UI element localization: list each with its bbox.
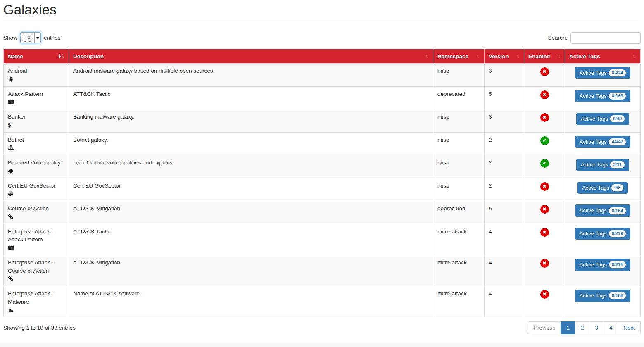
chevron-down-icon [34, 33, 40, 43]
galaxy-namespace: mitre-attack [433, 286, 485, 317]
table-row: Enterprise Attack - Course of Action ATT… [4, 255, 641, 286]
column-header-version[interactable]: Version ↑↓ [485, 49, 524, 63]
sitemap-icon [8, 145, 64, 152]
galaxy-description: ATT&CK Tactic [69, 224, 433, 255]
galaxy-description: Banking malware galaxy. [69, 109, 433, 133]
disabled-cross-icon[interactable]: ✖ [540, 113, 549, 122]
pagination-page-1-link[interactable]: 1 [561, 321, 575, 334]
active-tags-count-badge: 3/11 [610, 161, 625, 168]
active-tags-button[interactable]: Active Tags 0/164 [575, 204, 631, 217]
active-tags-count-badge: 0/188 [609, 292, 626, 299]
column-header-enabled[interactable]: Enabled ↑↓ [524, 49, 565, 63]
active-tags-button[interactable]: Active Tags 0/219 [575, 228, 631, 240]
active-tags-button[interactable]: Active Tags 0/40 [576, 113, 630, 125]
column-header-description[interactable]: Description ↑↓ [69, 49, 433, 63]
active-tags-button-label: Active Tags [580, 69, 607, 77]
sort-both-icon: ↑↓ [476, 53, 480, 59]
active-tags-count-badge: 0/40 [610, 115, 625, 122]
column-header-active-tags-label: Active Tags [569, 53, 600, 59]
search-label: Search: [548, 35, 567, 41]
show-entries-value: 10 [21, 33, 34, 43]
active-tags-button[interactable]: Active Tags 3/11 [576, 159, 629, 171]
globe-icon [8, 191, 64, 197]
column-header-name[interactable]: Name [4, 49, 69, 63]
table-row: Banker $ Banking malware galaxy. misp 3 … [4, 109, 641, 133]
pagination-next-link[interactable]: Next [618, 321, 641, 334]
disabled-cross-icon[interactable]: ✖ [540, 67, 549, 76]
active-tags-button[interactable]: Active Tags 0/215 [575, 259, 631, 271]
active-tags-button[interactable]: Active Tags 0/169 [575, 90, 631, 102]
pagination-page-2: 2 [575, 321, 590, 334]
enabled-check-icon[interactable]: ✔ [540, 136, 549, 145]
galaxy-description: ATT&CK Tactic [69, 86, 433, 109]
title-divider [3, 22, 641, 22]
enabled-check-icon[interactable]: ✔ [540, 159, 549, 168]
table-row: Branded Vulnerability List of known vuln… [4, 155, 641, 178]
galaxy-version: 5 [485, 86, 524, 109]
galaxy-name: Enterprise Attack - Course of Action [8, 259, 53, 274]
galaxy-name: Botnet [8, 137, 24, 143]
active-tags-button[interactable]: Active Tags 0/6 [577, 182, 628, 194]
pagination-page-1: 1 [561, 321, 575, 334]
search-input[interactable] [570, 32, 641, 44]
sort-both-icon: ↑↓ [516, 53, 520, 59]
active-tags-count-badge: 44/47 [609, 138, 626, 145]
active-tags-count-badge: 0/215 [609, 261, 626, 268]
galaxy-namespace: mitre-attack [433, 255, 485, 286]
table-row: Android Android malware galaxy based on … [4, 63, 641, 86]
show-entries-control: Show 10 entries [3, 32, 60, 43]
galaxy-version: 3 [485, 109, 524, 133]
galaxy-namespace: misp [433, 63, 485, 86]
pagination-page-3-link[interactable]: 3 [589, 321, 604, 334]
galaxy-version: 3 [485, 63, 524, 86]
table-row: Enterprise Attack - Attack Pattern ATT&C… [4, 224, 641, 255]
sort-ascending-icon [58, 53, 64, 59]
active-tags-button-label: Active Tags [582, 184, 609, 192]
column-header-name-label: Name [8, 53, 23, 59]
galaxy-namespace: misp [433, 109, 485, 133]
disabled-cross-icon[interactable]: ✖ [540, 182, 549, 191]
disabled-cross-icon[interactable]: ✖ [540, 228, 549, 237]
disabled-cross-icon[interactable]: ✖ [540, 90, 549, 99]
galaxy-version: 6 [485, 201, 524, 224]
table-footer: Showing 1 to 10 of 33 entries Previous12… [3, 321, 641, 334]
android-icon [8, 76, 64, 83]
column-header-description-label: Description [73, 53, 104, 59]
galaxy-description: Android malware galaxy based on multiple… [69, 63, 433, 86]
search-control: Search: [548, 32, 641, 44]
active-tags-button-label: Active Tags [580, 292, 607, 299]
galaxy-version: 4 [485, 224, 524, 255]
bug-icon [8, 168, 64, 175]
disabled-cross-icon[interactable]: ✖ [540, 259, 549, 268]
showing-entries-text: Showing 1 to 10 of 33 entries [3, 325, 76, 331]
galaxy-table-body: Android Android malware galaxy based on … [4, 63, 641, 317]
pagination-previous-link[interactable]: Previous [528, 321, 561, 334]
column-header-active-tags[interactable]: Active Tags ↑↓ [565, 49, 641, 63]
galaxy-namespace: misp [433, 178, 485, 201]
active-tags-button[interactable]: Active Tags 0/424 [575, 67, 631, 79]
table-header-row: Name Description ↑↓ [4, 49, 641, 63]
galaxy-description: Name of ATT&CK software [69, 286, 433, 317]
pagination-page-2-link[interactable]: 2 [575, 321, 590, 334]
pagination: Previous1234Next [528, 321, 641, 334]
active-tags-button[interactable]: Active Tags 0/188 [575, 290, 631, 302]
galaxy-name: Branded Vulnerability [8, 159, 61, 166]
pagination-previous: Previous [528, 321, 561, 334]
galaxy-name: Attack Pattern [8, 91, 43, 97]
map-icon [8, 245, 64, 252]
show-entries-select[interactable]: 10 [20, 32, 41, 43]
galaxy-description: Cert EU GovSector [69, 178, 433, 201]
active-tags-count-badge: 0/164 [609, 207, 626, 214]
active-tags-button-label: Active Tags [580, 93, 607, 100]
disabled-cross-icon[interactable]: ✖ [540, 290, 549, 299]
galaxy-namespace: misp [433, 155, 485, 178]
pagination-page-4-link[interactable]: 4 [604, 321, 618, 334]
column-header-namespace[interactable]: Namespace ↑↓ [433, 49, 485, 63]
active-tags-count-badge: 0/169 [609, 93, 626, 100]
galaxy-name: Cert EU GovSector [8, 183, 56, 189]
page-title: Galaxies [3, 2, 641, 18]
active-tags-button[interactable]: Active Tags 44/47 [575, 136, 631, 148]
disabled-cross-icon[interactable]: ✖ [540, 205, 549, 214]
galaxy-version: 4 [485, 286, 524, 317]
galaxy-namespace: misp [433, 132, 485, 155]
